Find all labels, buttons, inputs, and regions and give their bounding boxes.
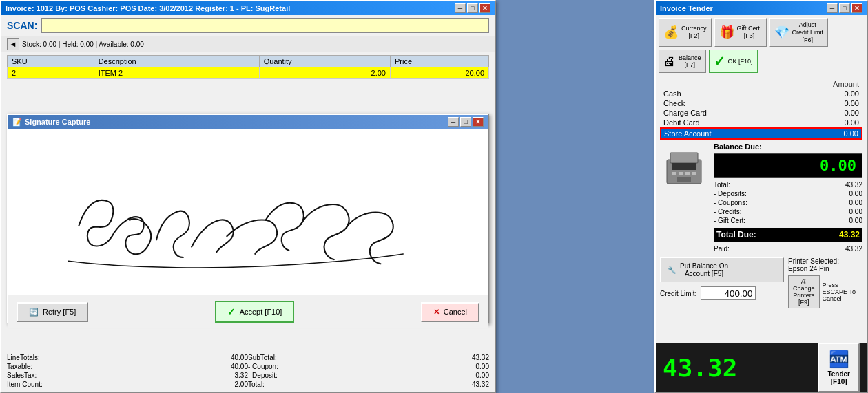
subtotal-label: SubTotal: <box>248 354 277 361</box>
tender-restore-btn[interactable]: □ <box>839 3 850 13</box>
register-image <box>660 142 708 191</box>
ok-btn[interactable]: ✓ OK [F10] <box>709 50 758 73</box>
svg-rect-1 <box>670 153 698 163</box>
sales-tax-value: 3.32 <box>235 372 248 379</box>
retry-btn[interactable]: 🔄 Retry [F5] <box>17 302 88 322</box>
balance-icon: 🖨 <box>663 54 676 69</box>
item-count-label: Item Count: <box>7 381 43 388</box>
total-value: 43.32 <box>472 381 489 388</box>
tender-bottom-bar: 43.32 🏧 Tender[F10] <box>656 343 867 392</box>
col-sku: SKU <box>8 56 94 67</box>
tender-close-btn[interactable]: ✕ <box>851 3 862 13</box>
printer-selected-label: Printer Selected: <box>788 257 862 265</box>
payment-name-cash: Cash <box>661 89 787 98</box>
line-totals-value: 40.00 <box>231 354 248 361</box>
taxable-label: Taxable: <box>7 363 32 370</box>
payment-row-debit[interactable]: Debit Card 0.00 <box>661 118 862 128</box>
gift-cert-label: Gift Cert.[F3] <box>737 25 762 40</box>
sales-tax-label: SalesTax: <box>7 372 37 379</box>
gift-cert-btn[interactable]: 🎁 Gift Cert.[F3] <box>714 18 767 47</box>
payment-row-store[interactable]: Store Account 0.00 <box>661 128 862 139</box>
coupon-label: - Coupon: <box>248 363 278 370</box>
coupons-label: - Coupons: <box>714 199 747 206</box>
cancel-btn[interactable]: ✕ Cancel <box>421 302 479 322</box>
scan-row: SCAN: <box>1 15 495 36</box>
credits-label: - Credits: <box>714 208 742 215</box>
scan-input[interactable] <box>41 18 489 33</box>
deposit-value: 0.00 <box>476 372 489 379</box>
escape-label: Press ESCAPE To Cancel <box>823 282 862 302</box>
balance-label: Balance[F7] <box>679 54 701 70</box>
cell-sku: 2 <box>8 67 94 79</box>
balance-due-display: 0.00 <box>714 153 862 178</box>
gift-cert-label: - Gift Cert: <box>714 217 745 224</box>
currency-btn[interactable]: 💰 Currency[F2] <box>659 18 712 47</box>
paid-label: Paid: <box>714 245 730 253</box>
adjust-credit-icon: 💎 <box>774 25 789 40</box>
cell-price: 20.00 <box>391 67 489 79</box>
table-row[interactable]: 2 ITEM 2 2.00 20.00 <box>8 67 489 79</box>
printer-icon: 🖨 <box>800 278 807 285</box>
coupons-value: 0.00 <box>828 199 862 206</box>
payment-amount-check: 0.00 <box>787 98 862 108</box>
put-balance-btn[interactable]: 🔧 Put Balance OnAccount [F5] <box>660 257 784 282</box>
scan-label: SCAN: <box>7 20 37 31</box>
currency-icon: 💰 <box>663 25 679 40</box>
payment-row-charge[interactable]: Charge Card 0.00 <box>661 108 862 118</box>
retry-icon: 🔄 <box>29 308 39 317</box>
ok-label: OK [F10] <box>728 58 753 65</box>
credits-value: 0.00 <box>828 208 862 215</box>
col-description: Description <box>94 56 259 67</box>
payment-row-cash[interactable]: Cash 0.00 <box>661 89 862 98</box>
paid-value: 43.32 <box>828 245 862 253</box>
tender-toolbar: 💰 Currency[F2] 🎁 Gift Cert.[F3] 💎 Adjust… <box>656 15 867 76</box>
payment-section: Amount Cash 0.00 Check 0.00 Charge Card … <box>656 76 867 142</box>
signature-window-icon: 📝 <box>12 118 22 127</box>
svg-rect-2 <box>672 163 696 170</box>
total-label: Total: <box>714 181 730 189</box>
credit-limit-input[interactable] <box>701 286 756 300</box>
svg-rect-4 <box>672 172 676 175</box>
col-quantity: Quantity <box>259 56 390 67</box>
payment-amount-debit: 0.00 <box>787 118 862 128</box>
cash-register-icon: 🏧 <box>827 350 850 369</box>
ok-icon: ✓ <box>714 53 725 70</box>
sig-close-btn[interactable]: ✕ <box>473 117 484 127</box>
gift-cert-icon: 🎁 <box>719 25 734 40</box>
cell-description: ITEM 2 <box>94 67 259 79</box>
change-printers-btn[interactable]: 🖨 ChangePrinters [F9] <box>788 275 820 308</box>
invoice-footer: LineTotals: 40.00 Taxable: 40.00 SalesTa… <box>1 350 495 392</box>
put-balance-label: Put Balance OnAccount [F5] <box>680 262 728 277</box>
payment-name-debit: Debit Card <box>661 118 787 128</box>
tender-big-btn-label: Tender[F10] <box>827 370 850 385</box>
total-label: Total: <box>248 381 265 388</box>
total-due-label: Total Due: <box>716 230 756 240</box>
printer-name: Epson 24 Pin <box>788 265 862 273</box>
line-totals-label: LineTotals: <box>7 354 40 361</box>
sig-minimize-btn[interactable]: ─ <box>448 117 459 127</box>
payment-name-check: Check <box>661 98 787 108</box>
tender-minimize-btn[interactable]: ─ <box>827 3 838 13</box>
tender-big-btn[interactable]: 🏧 Tender[F10] <box>818 343 860 392</box>
invoice-restore-btn[interactable]: □ <box>467 3 478 13</box>
payment-col-name <box>661 79 787 89</box>
tender-title: Invoice Tender <box>660 4 713 12</box>
adjust-credit-btn[interactable]: 💎 AdjustCredit Limit[F6] <box>769 18 829 47</box>
sig-title-buttons: ─ □ ✕ <box>448 117 484 127</box>
accept-btn[interactable]: ✓ Accept [F10] <box>215 301 295 323</box>
payment-row-check[interactable]: Check 0.00 <box>661 98 862 108</box>
stock-info: Stock: 0.00 | Held: 0.00 | Available: 0.… <box>22 41 144 48</box>
tender-title-bar: Invoice Tender ─ □ ✕ <box>656 1 867 15</box>
accept-label: Accept [F10] <box>240 308 282 316</box>
chevron-back-btn[interactable]: ◄ <box>7 38 19 50</box>
sig-restore-btn[interactable]: □ <box>460 117 471 127</box>
cell-quantity: 2.00 <box>259 67 390 79</box>
balance-btn[interactable]: 🖨 Balance[F7] <box>659 50 706 73</box>
payment-amount-cash: 0.00 <box>787 89 862 98</box>
signature-title: Signature Capture <box>25 118 90 126</box>
invoice-minimize-btn[interactable]: ─ <box>455 3 466 13</box>
deposits-label: - Deposits: <box>714 190 747 198</box>
invoice-title-bar: Invoice: 1012 By: POS Cashier: POS Date:… <box>1 1 495 15</box>
invoice-close-btn[interactable]: ✕ <box>479 3 490 13</box>
invoice-title: Invoice: 1012 By: POS Cashier: POS Date:… <box>6 4 290 12</box>
